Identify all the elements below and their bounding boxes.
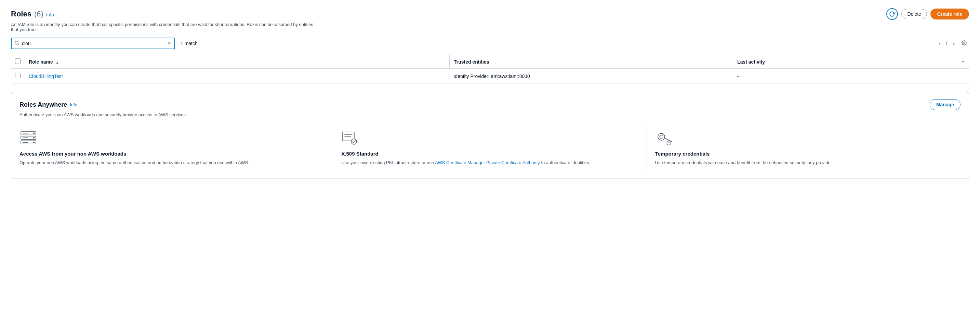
svg-point-2 xyxy=(964,42,965,43)
roles-anywhere-section: Roles Anywhere Info Manage Authenticate … xyxy=(11,92,969,179)
ra-card-access-text: Operate your non AWS workloads using the… xyxy=(19,159,325,166)
svg-point-6 xyxy=(33,133,35,134)
role-count-badge: (6) xyxy=(34,10,43,19)
roles-anywhere-title: Roles Anywhere xyxy=(19,101,67,108)
header-actions: Delete Create role xyxy=(886,8,969,20)
roles-anywhere-header: Roles Anywhere Info Manage xyxy=(19,99,961,110)
search-clear-button[interactable]: ✕ xyxy=(166,40,172,46)
col-last-activity-header[interactable]: Last activity xyxy=(733,55,969,69)
svg-point-16 xyxy=(658,134,665,140)
pagination-current-page: 1 xyxy=(945,41,948,46)
svg-point-7 xyxy=(33,137,35,138)
role-name-link[interactable]: CloudBillingTest xyxy=(29,73,63,79)
header-info-link[interactable]: Info xyxy=(46,12,54,18)
ra-card-temp-creds: Temporary credentials Use temporary cred… xyxy=(647,124,961,172)
acm-pca-link[interactable]: AWS Certificate Manager Private Certific… xyxy=(435,160,540,165)
ra-card-access: Access AWS from your non AWS workloads O… xyxy=(19,124,333,172)
roles-anywhere-title-group: Roles Anywhere Info xyxy=(19,101,77,108)
last-activity-label: Last activity xyxy=(737,59,765,65)
x509-text-after: to authenticate identities. xyxy=(540,160,590,165)
col-trusted-entities-header[interactable]: Trusted entities xyxy=(449,55,733,69)
cert-icon xyxy=(341,130,638,147)
roles-anywhere-cards: Access AWS from your non AWS workloads O… xyxy=(19,124,961,172)
filter-icon[interactable] xyxy=(961,59,965,65)
role-name-label: Role name xyxy=(29,59,53,65)
search-input[interactable] xyxy=(11,38,175,49)
ra-card-temp-creds-text: Use temporary credentials with ease and … xyxy=(655,159,961,166)
roles-anywhere-description: Authenticate your non AWS workloads and … xyxy=(19,112,961,117)
sort-icon: ▲ xyxy=(56,60,59,64)
table-header-row: Role name ▲ Trusted entities Last activi… xyxy=(11,55,969,69)
col-role-name-header[interactable]: Role name ▲ xyxy=(25,55,449,69)
match-count: 1 match xyxy=(181,41,198,46)
ra-card-access-title: Access AWS from your non AWS workloads xyxy=(19,151,325,157)
trusted-entities-cell: Identity Provider: arn:aws:iam::8030 xyxy=(449,69,733,84)
delete-button[interactable]: Delete xyxy=(901,9,927,19)
last-activity-cell: - xyxy=(733,69,969,84)
row-checkbox-cell xyxy=(11,69,25,84)
ra-card-x509-title: X.509 Standard xyxy=(341,151,638,157)
table-settings-button[interactable] xyxy=(959,39,969,48)
table-row: CloudBillingTest Identity Provider: arn:… xyxy=(11,69,969,84)
pagination-group: ‹ 1 › xyxy=(937,39,969,48)
refresh-icon xyxy=(889,11,895,17)
select-all-checkbox[interactable] xyxy=(15,59,21,64)
pagination-prev-button[interactable]: ‹ xyxy=(937,40,943,47)
role-name-cell: CloudBillingTest xyxy=(25,69,449,84)
manage-button[interactable]: Manage xyxy=(930,99,961,110)
page-title-group: Roles (6) Info xyxy=(11,10,54,19)
search-wrapper: ✕ xyxy=(11,38,175,49)
col-select-all xyxy=(11,55,25,69)
svg-point-15 xyxy=(351,139,356,144)
key-icon xyxy=(655,130,961,147)
server-icon xyxy=(19,130,325,147)
search-row: ✕ 1 match ‹ 1 › xyxy=(11,38,969,49)
pagination-next-button[interactable]: › xyxy=(951,40,957,47)
settings-icon xyxy=(961,40,967,46)
ra-card-x509: X.509 Standard Use your own existing PKI… xyxy=(333,124,647,172)
create-role-button[interactable]: Create role xyxy=(931,8,969,19)
ra-card-x509-text: Use your own existing PKI infrastructure… xyxy=(341,159,638,166)
page-description: An IAM role is an identity you can creat… xyxy=(11,22,319,32)
ra-card-temp-creds-title: Temporary credentials xyxy=(655,151,961,157)
page-header: Roles (6) Info Delete Create role xyxy=(11,8,969,20)
page-title: Roles xyxy=(11,10,32,19)
svg-point-17 xyxy=(660,135,663,138)
x509-text-before: Use your own existing PKI infrastructure… xyxy=(341,160,435,165)
row-select-checkbox[interactable] xyxy=(15,73,21,78)
roles-table: Role name ▲ Trusted entities Last activi… xyxy=(11,55,969,84)
svg-point-8 xyxy=(33,142,35,143)
refresh-button[interactable] xyxy=(886,8,898,20)
roles-anywhere-info-link[interactable]: Info xyxy=(70,102,77,107)
trusted-entities-label: Trusted entities xyxy=(454,59,489,65)
